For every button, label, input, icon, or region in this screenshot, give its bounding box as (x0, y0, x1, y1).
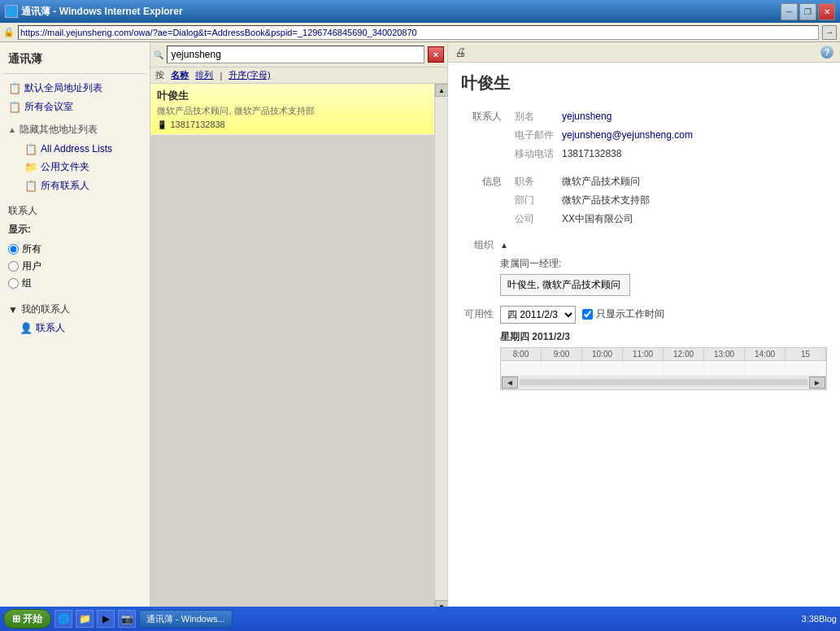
contact-list-container: 叶俊生 微软产品技术顾问, 微软产品技术支持部 📱 13817132838 ▲ … (150, 84, 447, 613)
list-item[interactable]: 叶俊生 微软产品技术顾问, 微软产品技术支持部 📱 13817132838 (150, 84, 434, 135)
hidden-items: 📋 All Address Lists 📁 公用文件夹 📋 所有联系人 (3, 140, 146, 195)
sidebar-item-all-contacts[interactable]: 📋 所有联系人 (20, 176, 146, 195)
radio-all-input[interactable] (8, 244, 19, 255)
taskbar-window-button[interactable]: 通讯薄 - Windows... (139, 610, 233, 628)
avail-section-label: 可用性 (461, 307, 494, 321)
sidebar-item-label: 公用文件夹 (41, 160, 89, 174)
contact-detail: 微软产品技术顾问, 微软产品技术支持部 (157, 105, 428, 117)
right-content: 叶俊生 联系人 别名 电子邮件 移动电话 yejunsheng yejunshe… (448, 63, 840, 613)
contact-phone: 📱 13817132838 (157, 120, 428, 129)
taskbar-folder-icon[interactable]: 📁 (76, 610, 94, 628)
org-collapse-icon[interactable]: ▲ (500, 241, 508, 250)
calendar-prev-button[interactable]: ◄ (502, 376, 518, 389)
company-label: 公司 (515, 210, 555, 228)
calendar-date-header: 星期四 2011/2/3 (500, 330, 827, 344)
radio-groups-input[interactable] (8, 278, 19, 289)
taskbar-ie-icon[interactable]: 🌐 (54, 610, 72, 628)
search-bar: 🔍 × (150, 42, 447, 67)
info-sub-labels: 职务 部门 公司 (515, 172, 555, 228)
mobile-label: 移动电话 (515, 145, 555, 163)
avail-checkbox-group: 只显示工作时间 (582, 307, 664, 321)
calendar-data-row (501, 361, 826, 376)
org-header: 组织 ▲ (461, 238, 827, 252)
sort-prefix: 按 (155, 69, 164, 81)
time-cell-6: 14:00 (745, 348, 786, 360)
email-label: 电子邮件 (515, 126, 555, 145)
sidebar-item-all-rooms[interactable]: 📋 所有会议室 (3, 98, 146, 116)
radio-users-input[interactable] (8, 261, 19, 272)
start-label: 开始 (23, 612, 42, 626)
sidebar-item-all-address[interactable]: 📋 All Address Lists (20, 140, 146, 158)
company-value: XX中国有限公司 (562, 210, 650, 228)
help-button[interactable]: ? (820, 46, 833, 59)
info-section-label: 信息 (461, 172, 502, 228)
book-icon: 📋 (8, 82, 21, 95)
taskbar-right: 3:38Blog (802, 614, 837, 624)
sidebar-item-default-global[interactable]: 📋 默认全局地址列表 (3, 79, 146, 98)
scroll-up-button[interactable]: ▲ (435, 84, 447, 97)
dept-value: 微软产品技术支持部 (562, 191, 650, 210)
main-region: 通讯薄 📋 默认全局地址列表 📋 所有会议室 ▲ 隐藏其他地址列表 📋 All … (0, 42, 840, 613)
alias-label: 别名 (515, 107, 555, 126)
person-icon: 👤 (20, 322, 33, 335)
section-header-label: 隐藏其他地址列表 (20, 123, 98, 137)
contact-values: yejunsheng yejunsheng@yejunsheng.com 138… (562, 107, 693, 163)
sort-az-link[interactable]: 升序(字母) (228, 69, 270, 81)
search-clear-button[interactable]: × (428, 46, 444, 63)
org-box[interactable]: 叶俊生, 微软产品技术顾问 (500, 274, 630, 296)
cal-data-7 (786, 361, 826, 375)
time-cell-2: 10:00 (582, 348, 623, 360)
my-contacts-header[interactable]: ▼ 我的联系人 (3, 300, 146, 319)
calendar-section: 星期四 2011/2/3 8:00 9:00 10:00 11:00 12:00… (500, 330, 827, 390)
avail-checkbox[interactable] (582, 309, 593, 320)
middle-panel: 🔍 × 按 名称 排列 | 升序(字母) 叶俊生 微软产品技术顾问, 微软产品技… (150, 42, 448, 613)
taskbar-app-icon[interactable]: ▶ (97, 610, 115, 628)
person-title: 叶俊生 (461, 72, 827, 94)
contact-list-scrollbar: ▲ ▼ (434, 84, 447, 613)
contact-list: 叶俊生 微软产品技术顾问, 微软产品技术支持部 📱 13817132838 (150, 84, 434, 613)
hide-other-section[interactable]: ▲ 隐藏其他地址列表 (3, 120, 146, 140)
cal-data-2 (582, 361, 623, 375)
radio-users[interactable]: 用户 (8, 258, 141, 275)
close-button[interactable]: ✕ (818, 3, 835, 20)
print-icon[interactable]: 🖨 (455, 46, 466, 59)
sidebar-item-label: All Address Lists (41, 143, 112, 154)
alias-value: yejunsheng (562, 107, 693, 126)
address-label: 🔒 (3, 27, 15, 37)
avail-header: 可用性 四 2011/2/3 只显示工作时间 (461, 306, 827, 324)
sidebar-item-label: 所有会议室 (24, 100, 73, 114)
app-icon: 🌐 (5, 5, 18, 18)
org-subordinate-label: 隶属同一经理: (500, 257, 827, 271)
sort-title[interactable]: 排列 (195, 69, 213, 81)
search-input[interactable] (167, 46, 424, 63)
go-button[interactable]: → (822, 25, 837, 40)
book-icon: 📋 (24, 142, 37, 155)
address-input[interactable] (18, 25, 819, 40)
taskbar-media-icon[interactable]: 📷 (118, 610, 136, 628)
time-cell-5: 13:00 (704, 348, 745, 360)
sort-by-name[interactable]: 名称 (171, 69, 189, 81)
minimize-button[interactable]: ─ (781, 3, 798, 20)
avail-date-select[interactable]: 四 2011/2/3 (500, 306, 576, 324)
restore-button[interactable]: ❐ (799, 3, 816, 20)
avail-checkbox-label[interactable]: 只显示工作时间 (596, 307, 664, 321)
time-cell-3: 11:00 (623, 348, 664, 360)
cal-data-5 (704, 361, 745, 375)
chevron-down-icon: ▼ (8, 304, 18, 316)
cal-data-0 (501, 361, 542, 375)
book-icon: 📋 (24, 180, 37, 193)
my-contacts-item-contacts[interactable]: 👤 联系人 (3, 319, 146, 337)
calendar-next-button[interactable]: ► (809, 376, 825, 389)
sidebar-item-public-folders[interactable]: 📁 公用文件夹 (20, 158, 146, 176)
radio-all[interactable]: 所有 (8, 241, 141, 258)
my-contacts-label: 我的联系人 (21, 302, 70, 316)
taskbar: ⊞ 开始 🌐 📁 ▶ 📷 通讯薄 - Windows... 3:38Blog (0, 607, 840, 631)
my-contacts-item-label: 联系人 (36, 321, 65, 335)
sort-separator: | (220, 71, 222, 81)
radio-all-label: 所有 (22, 242, 41, 256)
sidebar-item-label: 所有联系人 (41, 179, 89, 193)
availability-section: 可用性 四 2011/2/3 只显示工作时间 星期四 2011/2/3 8:00 (461, 306, 827, 390)
info-section: 信息 职务 部门 公司 微软产品技术顾问 微软产品技术支持部 XX中国有限公司 (461, 172, 827, 228)
start-button[interactable]: ⊞ 开始 (3, 609, 51, 629)
radio-groups[interactable]: 组 (8, 275, 141, 292)
